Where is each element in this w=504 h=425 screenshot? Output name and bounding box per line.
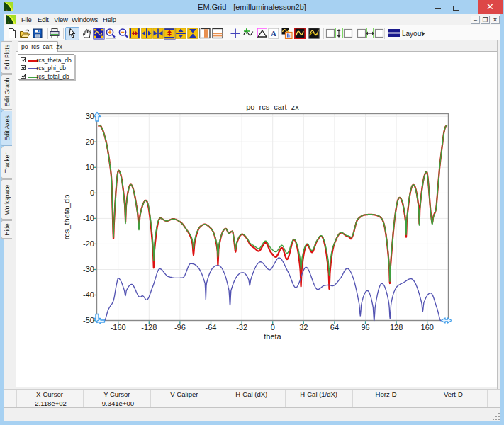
svg-text:A: A [271, 29, 276, 38]
